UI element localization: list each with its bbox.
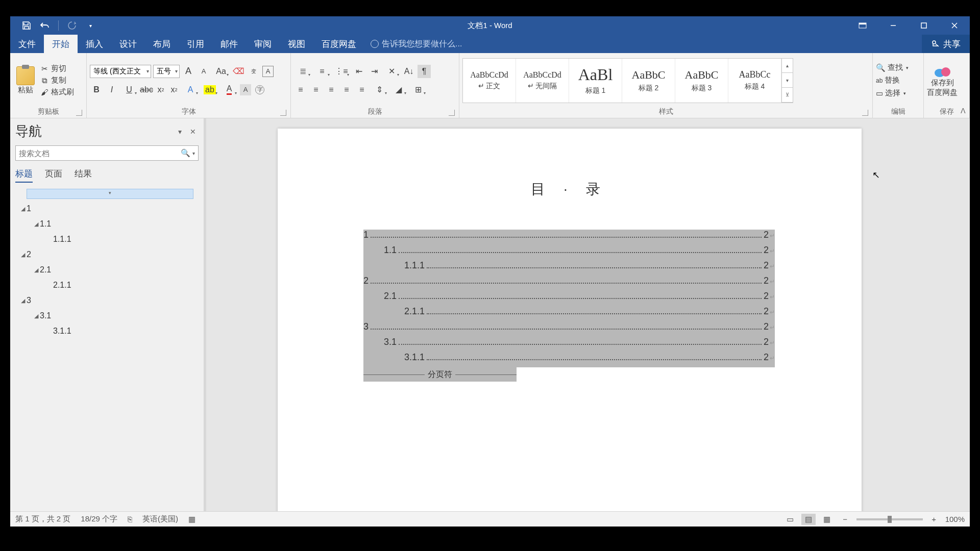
print-layout-icon[interactable]: ▤ <box>801 514 816 525</box>
web-layout-icon[interactable]: ▦ <box>820 514 834 525</box>
tree-caret-icon[interactable]: ◢ <box>19 252 27 258</box>
collapse-ribbon-icon[interactable]: ᐱ <box>961 107 966 115</box>
change-case-button[interactable]: Aa <box>212 65 230 78</box>
tree-item[interactable]: ◢1 <box>15 201 199 216</box>
zoom-slider[interactable] <box>856 518 923 520</box>
shrink-font-button[interactable]: A <box>197 65 210 78</box>
tab-view[interactable]: 视图 <box>280 35 313 53</box>
font-size-combo[interactable]: 五号 <box>153 65 180 78</box>
nav-tab-results[interactable]: 结果 <box>75 168 92 183</box>
font-name-combo[interactable]: 等线 (西文正文 <box>90 65 151 78</box>
subscript-button[interactable]: x2 <box>155 83 166 96</box>
page[interactable]: 目 · 录 12↵1.12↵1.1.12↵22↵2.12↵2.1.12↵32↵3… <box>278 129 862 511</box>
format-painter-button[interactable]: 🖌格式刷 <box>40 87 74 97</box>
qat-customize-icon[interactable]: ▾ <box>83 18 97 33</box>
tab-file[interactable]: 文件 <box>10 35 44 53</box>
tree-caret-icon[interactable]: ◢ <box>33 221 40 228</box>
spellcheck-icon[interactable]: ⎘ <box>128 515 132 523</box>
tab-mailings[interactable]: 邮件 <box>212 35 246 53</box>
char-shading-button[interactable]: A <box>240 84 251 95</box>
toc-row[interactable]: 3.1.12↵ <box>363 352 775 367</box>
tab-baidu[interactable]: 百度网盘 <box>313 35 364 53</box>
style-item-3[interactable]: AaBbC标题 2 <box>622 59 675 103</box>
style-item-1[interactable]: AaBbCcDd↵ 无间隔 <box>516 59 569 103</box>
share-button[interactable]: 共享 <box>922 35 970 53</box>
style-item-2[interactable]: AaBl标题 1 <box>569 59 622 103</box>
tab-insert[interactable]: 插入 <box>78 35 111 53</box>
tree-item[interactable]: ◢2 <box>15 247 199 262</box>
cut-button[interactable]: ✂剪切 <box>40 64 74 73</box>
tab-layout[interactable]: 布局 <box>145 35 179 53</box>
gallery-down-icon[interactable]: ▾ <box>782 73 793 88</box>
decrease-indent-button[interactable]: ⇤ <box>352 65 365 78</box>
close-icon[interactable] <box>939 16 970 35</box>
align-center-button[interactable]: ≡ <box>309 83 323 96</box>
toc-row[interactable]: 32↵ <box>363 321 775 337</box>
nav-tab-pages[interactable]: 页面 <box>45 168 62 183</box>
shading-button[interactable]: ◢ <box>390 83 407 96</box>
page-number-status[interactable]: 第 1 页，共 2 页 <box>15 514 70 524</box>
multilevel-button[interactable]: ⋮≡ <box>333 65 350 78</box>
style-item-4[interactable]: AaBbC标题 3 <box>675 59 728 103</box>
style-item-5[interactable]: AaBbCc标题 4 <box>728 59 781 103</box>
numbering-button[interactable]: ≡ <box>313 65 331 78</box>
read-mode-icon[interactable]: ▭ <box>783 514 797 525</box>
undo-icon[interactable] <box>38 18 52 33</box>
phonetic-button[interactable]: 变 <box>247 65 260 78</box>
ribbon-display-icon[interactable] <box>847 16 878 35</box>
word-count-status[interactable]: 18/29 个字 <box>81 514 117 524</box>
save-to-baidu-button[interactable]: 保存到 百度网盘 <box>927 64 958 97</box>
line-spacing-button[interactable]: ⇕ <box>371 83 388 96</box>
nav-dropdown-icon[interactable]: ▾ <box>174 126 185 137</box>
replace-button[interactable]: ab替换 <box>876 76 909 85</box>
bullets-button[interactable]: ≣ <box>294 65 311 78</box>
nav-close-icon[interactable]: ✕ <box>187 126 199 137</box>
tree-item[interactable]: 3.1.1 <box>15 323 199 339</box>
tree-item[interactable]: ◢2.1 <box>15 262 199 278</box>
toc-row[interactable]: 22↵ <box>363 276 775 291</box>
toc-row[interactable]: 3.12↵ <box>363 337 775 352</box>
clipboard-dialog-launcher[interactable] <box>76 110 82 116</box>
tree-item[interactable]: ◢1.1 <box>15 216 199 232</box>
nav-search-box[interactable]: 🔍 ▾ <box>15 145 199 161</box>
gallery-more-icon[interactable]: ⊻ <box>782 88 793 103</box>
search-icon[interactable]: 🔍 <box>181 148 190 158</box>
toc-row[interactable]: 2.1.12↵ <box>363 306 775 321</box>
enclose-char-button[interactable]: 字 <box>253 83 266 96</box>
zoom-out-button[interactable]: − <box>838 514 852 525</box>
superscript-button[interactable]: x2 <box>168 83 180 96</box>
grow-font-button[interactable]: A <box>182 65 195 78</box>
font-dialog-launcher[interactable] <box>280 110 286 116</box>
align-left-button[interactable]: ≡ <box>294 83 307 96</box>
styles-dialog-launcher[interactable] <box>862 110 868 116</box>
search-input[interactable] <box>19 149 181 158</box>
macro-icon[interactable]: ▦ <box>188 515 195 524</box>
document-area[interactable]: 目 · 录 12↵1.12↵1.1.12↵22↵2.12↵2.1.12↵32↵3… <box>206 118 970 511</box>
borders-button[interactable]: ⊞ <box>409 83 427 96</box>
tree-caret-icon[interactable]: ◢ <box>19 206 27 212</box>
style-item-0[interactable]: AaBbCcDd↵ 正文 <box>463 59 516 103</box>
language-status[interactable]: 英语(美国) <box>142 514 178 524</box>
tab-references[interactable]: 引用 <box>179 35 212 53</box>
tree-item[interactable]: ◢3.1 <box>15 308 199 323</box>
select-button[interactable]: ▭选择▾ <box>876 88 909 98</box>
gallery-up-icon[interactable]: ▴ <box>782 59 793 73</box>
tree-caret-icon[interactable]: ◢ <box>19 297 27 304</box>
toc-row[interactable]: 1.1.12↵ <box>363 260 775 276</box>
paste-button[interactable]: 粘贴 <box>13 66 38 95</box>
tab-design[interactable]: 设计 <box>111 35 145 53</box>
clear-format-button[interactable]: ⌫ <box>232 65 245 78</box>
zoom-in-button[interactable]: + <box>927 514 941 525</box>
nav-tab-headings[interactable]: 标题 <box>15 168 33 183</box>
char-border-button[interactable]: A <box>262 66 274 77</box>
show-marks-button[interactable]: ¶ <box>418 65 431 78</box>
zoom-level[interactable]: 100% <box>945 515 965 523</box>
tree-item[interactable]: 1.1.1 <box>15 232 199 247</box>
minimize-icon[interactable] <box>878 16 909 35</box>
save-icon[interactable] <box>19 18 34 33</box>
justify-button[interactable]: ≡ <box>340 83 353 96</box>
search-options-icon[interactable]: ▾ <box>192 151 195 156</box>
tree-item[interactable]: ◢3 <box>15 293 199 308</box>
text-effects-button[interactable]: A <box>182 83 199 96</box>
copy-button[interactable]: ⧉复制 <box>40 76 74 85</box>
